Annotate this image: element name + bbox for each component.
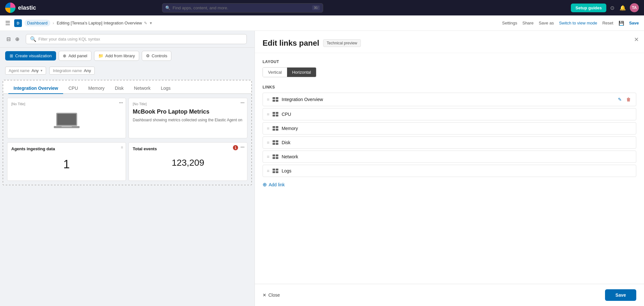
save-as-button[interactable]: Save as — [539, 21, 554, 25]
svg-rect-6 — [273, 100, 275, 102]
breadcrumb: D Dashboard › Editing [Teresa's Laptop] … — [14, 19, 152, 27]
toolbar-collapse-button[interactable]: ⊟ — [5, 35, 12, 43]
link-item-integration-overview: ≡ Integration Overview ✎ 🗑 — [263, 93, 636, 106]
card-1-menu-icon[interactable]: ••• — [119, 101, 123, 105]
save-icon: 💾 — [619, 21, 624, 26]
add-panel-icon: ⊕ — [63, 53, 66, 58]
add-panel-button[interactable]: ⊕ Add panel — [59, 51, 91, 61]
breadcrumb-current-text: Editing [Teresa's Laptop] Integration Ov… — [57, 21, 142, 25]
card-2-menu-icon[interactable]: ••• — [240, 101, 245, 105]
tab-disk[interactable]: Disk — [110, 83, 129, 94]
breadcrumb-d-icon: D — [14, 19, 22, 27]
integration-name-filter[interactable]: Integration name Any — [49, 67, 94, 75]
switch-view-button[interactable]: Switch to view mode — [559, 21, 597, 25]
link-item-disk: ≡ Disk — [263, 136, 636, 149]
drag-handle-1[interactable]: ≡ — [267, 97, 269, 102]
link-item-network: ≡ Network — [263, 151, 636, 163]
svg-rect-7 — [276, 100, 278, 102]
svg-rect-18 — [273, 143, 275, 145]
total-events-number: 123,209 — [133, 158, 243, 168]
panel-close-button[interactable]: ✕ — [634, 36, 639, 43]
svg-rect-13 — [276, 126, 278, 128]
layout-toggle: Vertical Horizontal — [263, 67, 316, 77]
total-events-menu-icon[interactable]: ••• — [240, 145, 245, 150]
dashboard-content-panel: Integration Overview CPU Memory Disk Net… — [3, 80, 252, 185]
close-label: Close — [268, 292, 280, 298]
create-viz-icon: ⊞ — [10, 53, 13, 58]
elastic-logo-icon — [5, 3, 15, 13]
tab-logs[interactable]: Logs — [156, 83, 176, 94]
link-label-6: Logs — [282, 168, 632, 173]
save-button[interactable]: Save — [629, 21, 639, 25]
add-library-label: Add from library — [105, 53, 135, 58]
link-dashboard-icon-3 — [273, 126, 278, 131]
toolbar-add-button[interactable]: ⊕ — [14, 35, 21, 43]
svg-rect-1 — [57, 114, 76, 125]
add-link-label: Add link — [269, 182, 285, 187]
drag-handle-2[interactable]: ≡ — [267, 112, 269, 117]
agents-ingesting-card: Agents ingesting data ≡ 1 — [7, 142, 126, 181]
tab-navigation: Integration Overview CPU Memory Disk Net… — [3, 80, 251, 94]
dashboard-area: ⊟ ⊕ 🔍 Filter your data using KQL syntax … — [0, 31, 255, 306]
filter-bar[interactable]: 🔍 Filter your data using KQL syntax — [26, 34, 247, 44]
laptop-image — [11, 108, 122, 134]
link-1-delete-button[interactable]: 🗑 — [625, 96, 632, 103]
second-nav-actions: Settings Share Save as Switch to view mo… — [502, 21, 639, 26]
hamburger-icon[interactable]: ☰ — [5, 20, 10, 27]
tab-integration-overview[interactable]: Integration Overview — [8, 83, 63, 94]
breadcrumb-chevron-icon[interactable]: ▾ — [150, 21, 152, 25]
link-dashboard-icon-6 — [273, 169, 278, 173]
svg-rect-3 — [62, 126, 72, 127]
agent-name-filter[interactable]: Agent name Any ▾ — [5, 67, 46, 75]
save-icon-button[interactable]: 💾 — [619, 21, 624, 26]
reset-button[interactable]: Reset — [602, 21, 613, 25]
panel-content: Layout Vertical Horizontal Links ≡ Integ… — [255, 53, 644, 284]
create-visualization-button[interactable]: ⊞ Create visualization — [5, 51, 56, 60]
close-x-icon: ✕ — [263, 292, 266, 298]
svg-rect-23 — [276, 157, 278, 159]
svg-rect-10 — [273, 115, 275, 116]
breadcrumb-dashboard-link[interactable]: Dashboard — [24, 20, 50, 26]
svg-rect-15 — [276, 129, 278, 131]
elastic-logo-text: elastic — [18, 5, 36, 11]
layout-section-label: Layout — [263, 60, 636, 64]
setup-guides-button[interactable]: Setup guides — [571, 4, 606, 12]
tech-preview-badge: Technical preview — [323, 39, 361, 47]
tab-cpu[interactable]: CPU — [63, 83, 83, 94]
main-layout: ⊟ ⊕ 🔍 Filter your data using KQL syntax … — [0, 31, 644, 306]
agents-card-menu-icon[interactable]: ≡ — [121, 145, 123, 150]
link-1-actions: ✎ 🗑 — [617, 96, 632, 103]
dashboard-toolbar: ⊟ ⊕ 🔍 Filter your data using KQL syntax — [0, 31, 255, 48]
settings-button[interactable]: Settings — [502, 21, 517, 25]
help-icon[interactable]: ⊙ — [609, 4, 616, 12]
controls-button[interactable]: ⚙ Controls — [142, 51, 171, 61]
total-events-badge: 1 — [233, 145, 238, 150]
add-library-button[interactable]: 📁 Add from library — [94, 51, 139, 61]
drag-handle-4[interactable]: ≡ — [267, 140, 269, 145]
link-label-3: Memory — [282, 126, 632, 131]
layout-vertical-button[interactable]: Vertical — [263, 68, 287, 77]
add-link-button[interactable]: ⊕ Add link — [263, 179, 285, 190]
link-1-edit-button[interactable]: ✎ — [617, 96, 623, 103]
panel-footer: ✕ Close Save — [255, 284, 644, 306]
controls-icon: ⚙ — [146, 53, 150, 58]
notifications-icon[interactable]: 🔔 — [618, 4, 627, 12]
drag-handle-6[interactable]: ≡ — [267, 168, 269, 173]
breadcrumb-edit-icon[interactable]: ✎ — [144, 21, 147, 25]
search-input[interactable] — [162, 3, 323, 13]
agent-name-chevron: ▾ — [41, 69, 43, 73]
drag-handle-5[interactable]: ≡ — [267, 154, 269, 159]
svg-rect-4 — [273, 97, 275, 99]
share-button[interactable]: Share — [522, 21, 533, 25]
tab-network[interactable]: Network — [129, 83, 156, 94]
panel-save-button[interactable]: Save — [605, 289, 636, 301]
avatar[interactable]: TA — [630, 3, 639, 12]
tab-memory[interactable]: Memory — [83, 83, 110, 94]
agents-number: 1 — [11, 158, 122, 171]
close-button[interactable]: ✕ Close — [263, 292, 280, 298]
layout-horizontal-button[interactable]: Horizontal — [287, 68, 316, 77]
panel-header: Edit links panel Technical preview ✕ — [255, 31, 644, 53]
drag-handle-3[interactable]: ≡ — [267, 126, 269, 131]
link-dashboard-icon-5 — [273, 154, 278, 159]
link-label-1: Integration Overview — [282, 97, 613, 102]
